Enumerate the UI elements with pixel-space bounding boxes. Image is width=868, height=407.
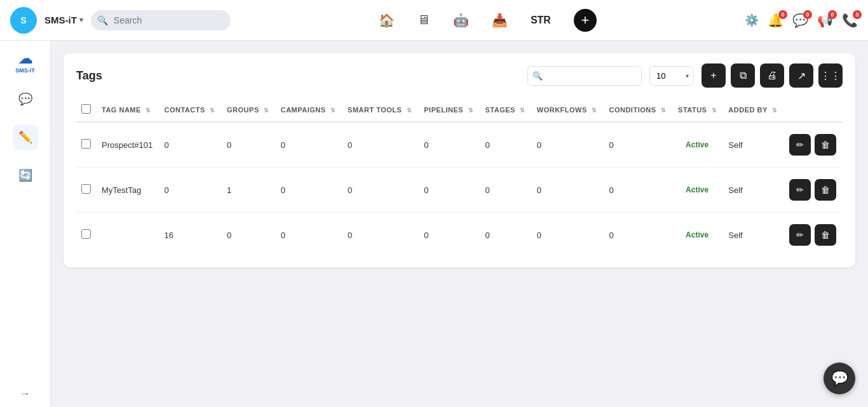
row-actions: ✏ 🗑 [784,168,843,213]
table-row: Prospect#101 0 0 0 0 0 0 0 0 Active Self… [76,122,843,168]
row-checkbox-0[interactable] [81,139,91,149]
row-checkbox-cell [76,122,97,168]
toolbar-buttons: + ⧉ 🖨 ↗ ⋮⋮ [702,63,843,88]
panel-search-icon: 🔍 [532,71,543,81]
col-added-by[interactable]: ADDED BY ⇅ [723,98,783,122]
col-groups[interactable]: GROUPS ⇅ [222,98,276,122]
search-input[interactable] [91,10,231,30]
row-added-by: Self [723,168,783,213]
edit-row-button[interactable]: ✏ [789,224,811,246]
copy-button[interactable]: ⧉ [731,63,755,88]
delete-row-button[interactable]: 🗑 [815,224,836,246]
home-nav-button[interactable]: 🏠 [379,13,395,28]
sidebar-logo-text: SMS-iT [15,67,35,74]
row-added-by: Self [723,213,783,258]
col-contacts[interactable]: CONTACTS ⇅ [159,98,222,122]
sidebar-item-edit[interactable]: ✏️ [13,124,38,150]
col-stages[interactable]: STAGES ⇅ [480,98,531,122]
row-status: Active [673,122,723,168]
row-campaigns: 0 [276,168,342,213]
print-button[interactable]: 🖨 [760,63,784,88]
tags-panel: Tags 🔍 10 25 50 100 ▾ + ⧉ [64,53,855,267]
col-workflows[interactable]: WORKFLOWS ⇅ [532,98,604,122]
str-nav-link[interactable]: STR [531,15,551,26]
col-status[interactable]: STATUS ⇅ [673,98,723,122]
chat-badge: 0 [803,10,812,19]
col-campaigns[interactable]: CAMPAIGNS ⇅ [276,98,342,122]
col-tag-name[interactable]: TAG NAME ⇅ [97,98,159,122]
export-button[interactable]: ↗ [789,63,813,88]
sort-arrow-campaigns: ⇅ [330,107,336,114]
row-contacts: 16 [159,213,222,258]
sidebar: ☁ SMS-iT 💬 ✏️ 🔄 → [0,41,51,407]
row-actions: ✏ 🗑 [784,122,843,168]
tags-table: TAG NAME ⇅ CONTACTS ⇅ GROUPS ⇅ CAMPAIGNS… [76,98,843,257]
sidebar-logo: ☁ SMS-iT [15,51,35,74]
row-workflows: 0 [532,213,604,258]
row-workflows: 0 [532,122,604,168]
per-page-select-wrap: 10 25 50 100 ▾ [649,66,694,86]
search-wrap: 🔍 [91,10,231,30]
row-tag-name: Prospect#101 [97,122,159,168]
chat-nav-icon[interactable]: 💬 0 [792,13,808,28]
chat-floating-button[interactable]: 💬 [824,363,855,394]
row-campaigns: 0 [276,213,342,258]
row-campaigns: 0 [276,122,342,168]
sort-arrow-workflows: ⇅ [592,107,597,114]
sidebar-item-chat[interactable]: 💬 [13,86,38,112]
grid-nav-icon[interactable]: ⚙️ [745,13,759,27]
row-pipelines: 0 [419,213,480,258]
robot-nav-button[interactable]: 🤖 [453,13,469,28]
table-row: 16 0 0 0 0 0 0 0 Active Self ✏ 🗑 [76,213,843,258]
sort-arrow-tag-name: ⇅ [146,107,151,114]
brand-name[interactable]: SMS-iT ▾ [44,15,83,25]
nav-center: 🏠 🖥 🤖 📥 STR + [238,9,737,32]
bell-nav-icon[interactable]: 🔔 0 [768,13,783,28]
logo-avatar[interactable]: S [10,7,37,34]
row-checkbox-cell [76,213,97,258]
row-pipelines: 0 [419,122,480,168]
row-stages: 0 [480,213,531,258]
megaphone-nav-icon[interactable]: 📢 0 [817,13,833,28]
row-contacts: 0 [159,168,222,213]
row-checkbox-2[interactable] [81,229,91,239]
sort-arrow-status: ⇅ [712,107,717,114]
row-smart-tools: 0 [342,168,419,213]
delete-row-button[interactable]: 🗑 [815,134,836,156]
status-badge: Active [678,229,716,241]
row-smart-tools: 0 [342,213,419,258]
per-page-select[interactable]: 10 25 50 100 [649,66,694,86]
add-tag-button[interactable]: + [702,63,726,88]
edit-row-button[interactable]: ✏ [789,134,811,156]
col-conditions[interactable]: CONDITIONS ⇅ [604,98,673,122]
sidebar-collapse-button[interactable]: → [20,388,31,399]
bell-badge: 0 [778,10,787,19]
col-smart-tools[interactable]: SMART TOOLS ⇅ [342,98,419,122]
top-navigation: S SMS-iT ▾ 🔍 🏠 🖥 🤖 📥 STR + ⚙️ 🔔 0 💬 0 📢 … [0,0,868,41]
phone-nav-icon[interactable]: 📞 0 [842,13,858,28]
add-nav-button[interactable]: + [574,9,597,32]
delete-row-button[interactable]: 🗑 [815,179,836,201]
select-all-checkbox[interactable] [81,104,91,114]
edit-row-button[interactable]: ✏ [789,179,811,201]
row-checkbox-1[interactable] [81,184,91,194]
row-contacts: 0 [159,122,222,168]
monitor-nav-button[interactable]: 🖥 [417,13,430,27]
table-body: Prospect#101 0 0 0 0 0 0 0 0 Active Self… [76,122,843,257]
sidebar-item-workflow[interactable]: 🔄 [13,163,38,188]
row-status: Active [673,168,723,213]
row-groups: 1 [222,168,276,213]
row-stages: 0 [480,168,531,213]
row-tag-name: MyTestTag [97,168,159,213]
col-pipelines[interactable]: PIPELINES ⇅ [419,98,480,122]
row-conditions: 0 [604,213,673,258]
status-badge: Active [678,138,716,151]
search-icon: 🔍 [97,15,108,25]
nav-right: ⚙️ 🔔 0 💬 0 📢 0 📞 0 [745,13,858,28]
panel-search-input[interactable] [527,66,642,86]
brand-chevron: ▾ [79,16,83,24]
inbox-nav-button[interactable]: 📥 [492,13,508,28]
row-conditions: 0 [604,168,673,213]
columns-button[interactable]: ⋮⋮ [818,63,843,88]
panel-search-wrap: 🔍 [527,66,642,86]
